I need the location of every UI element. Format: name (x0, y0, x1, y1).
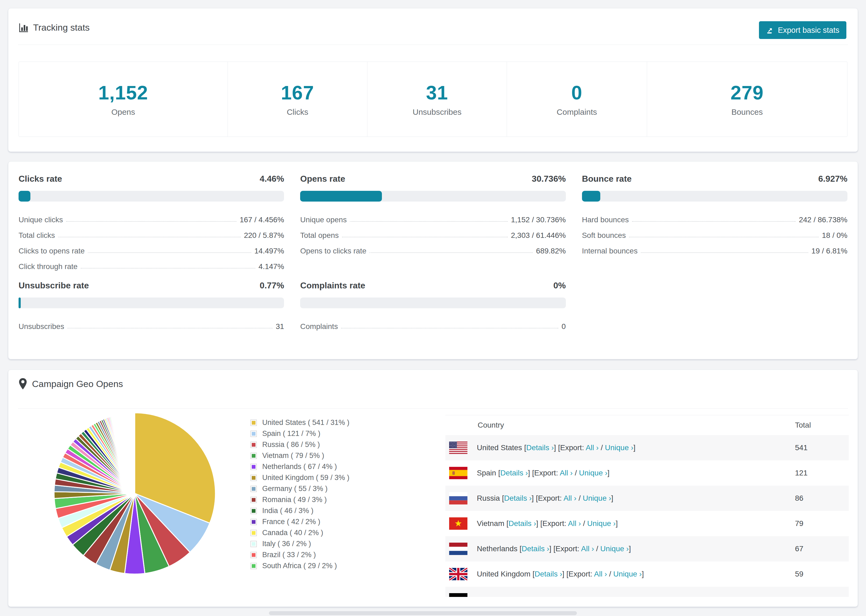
stat-value: 1,152 (98, 82, 148, 104)
export-all-link[interactable]: All › (560, 469, 573, 477)
campaign-overview-page: { "app": { "accent": "#0f87a0", "link_co… (0, 0, 866, 616)
export-unique-link[interactable]: Unique › (587, 519, 616, 528)
rate-detail-row: Total clicks 220 / 5.87% (19, 224, 284, 240)
country-name: Netherlands (477, 545, 518, 553)
dotted-leader (341, 328, 558, 328)
export-all-link[interactable]: All › (564, 494, 576, 502)
details-link[interactable]: Details › (509, 519, 536, 528)
legend-item-romania: Romania ( 49 / 3% ) (250, 494, 350, 505)
rate-detail-label: Clicks to opens rate (19, 247, 85, 255)
rate-progress-track (300, 191, 565, 201)
legend-label: Russia ( 86 / 5% ) (262, 440, 320, 449)
country-total: 67 (795, 545, 849, 553)
horizontal-scrollbar-thumb[interactable] (269, 611, 577, 615)
dotted-leader (641, 252, 808, 253)
rate-detail-row: Complaints 0 (300, 315, 565, 331)
export-all-link[interactable]: All › (586, 443, 599, 452)
bar-chart-icon (19, 23, 28, 33)
geo-table-header-row: Country Total (446, 415, 849, 435)
dotted-leader (342, 237, 508, 237)
rate-progress-track (19, 191, 284, 201)
export-unique-link[interactable]: Unique › (583, 494, 611, 502)
legend-label: Vietnam ( 79 / 5% ) (262, 451, 324, 460)
country-name: Spain (477, 469, 496, 477)
dotted-leader (68, 328, 273, 328)
details-link[interactable]: Details › (504, 494, 532, 502)
details-link[interactable]: Details › (535, 570, 562, 578)
export-all-link[interactable]: All › (581, 545, 594, 553)
export-unique-link[interactable]: Unique › (605, 443, 633, 452)
tracking-stats-card: Tracking stats Export basic stats 1,152 … (8, 8, 858, 152)
rate-detail-value: 220 / 5.87% (244, 231, 284, 240)
rate-detail-value: 31 (276, 322, 284, 331)
legend-swatch (250, 464, 257, 470)
ru-flag-icon (449, 492, 468, 504)
export-unique-link[interactable]: Unique › (600, 545, 629, 553)
rate-detail-row: Unique opens 1,152 / 30.736% (300, 209, 565, 224)
legend-item-united-kingdom: United Kingdom ( 59 / 3% ) (250, 472, 350, 483)
rate-detail-label: Unique opens (300, 215, 347, 224)
stat-label: Clicks (287, 107, 308, 117)
country-total: 541 (795, 443, 849, 452)
rate-detail-value: 19 / 6.81% (811, 247, 847, 255)
legend-label: Canada ( 40 / 2% ) (262, 529, 323, 537)
details-link[interactable]: Details › (522, 545, 550, 553)
legend-swatch (250, 475, 257, 481)
rate-detail-value: 14.497% (254, 247, 284, 255)
rate-title: Clicks rate (19, 174, 62, 184)
rate-title: Complaints rate (300, 281, 365, 291)
map-pin-icon (19, 378, 27, 390)
rate-detail-row: Clicks to opens rate 14.497% (19, 240, 284, 255)
rate-detail-row: Hard bounces 242 / 86.738% (582, 209, 847, 224)
legend-swatch (250, 541, 257, 547)
legend-label: France ( 42 / 2% ) (262, 518, 320, 526)
stat-cell-clicks: 167 Clicks (228, 62, 367, 137)
stat-label: Unsubscribes (413, 107, 461, 117)
country-total: 59 (795, 570, 849, 578)
rate-value: 0% (553, 281, 565, 291)
legend-item-india: India ( 46 / 3% ) (250, 505, 350, 516)
details-link[interactable]: Details › (500, 469, 528, 477)
stat-label: Complaints (557, 107, 597, 117)
rate-detail-label: Unique clicks (19, 215, 63, 224)
legend-swatch (250, 431, 257, 437)
legend-label: Netherlands ( 67 / 4% ) (262, 462, 337, 471)
rate-detail-row: Unique clicks 167 / 4.456% (19, 209, 284, 224)
rate-value: 6.927% (818, 174, 847, 184)
rate-detail-value: 18 / 0% (822, 231, 847, 240)
gb-flag-icon (449, 568, 468, 580)
legend-item-france: France ( 42 / 2% ) (250, 516, 350, 527)
rate-detail-value: 1,152 / 30.736% (511, 215, 566, 224)
export-unique-link[interactable]: Unique › (613, 570, 642, 578)
rates-grid: Clicks rate 4.46% Unique clicks 167 / 4.… (19, 174, 847, 331)
country-total: 79 (795, 519, 849, 528)
legend-item-germany: Germany ( 55 / 3% ) (250, 483, 350, 494)
legend-label: United Kingdom ( 59 / 3% ) (262, 473, 350, 482)
details-link[interactable]: Details › (526, 443, 554, 452)
rate-progress-fill (582, 191, 600, 201)
dotted-leader (88, 252, 251, 253)
stat-value: 0 (571, 82, 582, 104)
dotted-leader (350, 221, 508, 222)
export-unique-link[interactable]: Unique › (579, 469, 608, 477)
legend-item-spain: Spain ( 121 / 7% ) (250, 428, 350, 439)
rate-detail-value: 167 / 4.456% (239, 215, 284, 224)
rate-value: 30.736% (532, 174, 565, 184)
stat-value: 31 (426, 82, 448, 104)
rate-detail-value: 0 (562, 322, 566, 331)
total-column-header: Total (795, 421, 849, 429)
rate-title: Opens rate (300, 174, 345, 184)
legend-label: Romania ( 49 / 3% ) (262, 496, 327, 504)
rate-block-bounce-rate: Bounce rate 6.927% Hard bounces 242 / 86… (582, 174, 847, 271)
rate-detail-value: 689.82% (536, 247, 566, 255)
export-basic-stats-button[interactable]: Export basic stats (759, 21, 846, 39)
country-name: Vietnam (477, 519, 504, 528)
rate-detail-label: Unsubscribes (19, 322, 64, 331)
export-all-link[interactable]: All › (594, 570, 607, 578)
rate-progress-track (582, 191, 847, 201)
country-name: Russia (477, 494, 500, 502)
export-all-link[interactable]: All › (568, 519, 581, 528)
dotted-leader (81, 268, 255, 269)
legend-item-italy: Italy ( 36 / 2% ) (250, 538, 350, 549)
rate-detail-row: Unsubscribes 31 (19, 315, 284, 331)
